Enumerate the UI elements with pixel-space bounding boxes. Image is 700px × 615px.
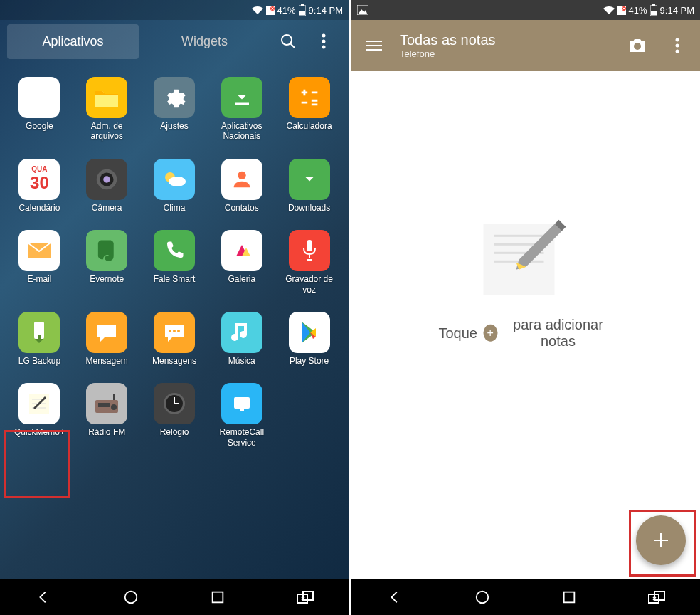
- svg-point-59: [676, 38, 679, 42]
- svg-point-44: [125, 592, 137, 604]
- time-text: 9:14 PM: [309, 5, 343, 16]
- app-label: LG Backup: [18, 356, 60, 366]
- weather-icon: [154, 159, 195, 200]
- status-bar: 41% 9:14 PM: [351, 0, 700, 20]
- app-grid: Google Adm. de arquivos Ajustes Aplicati…: [0, 63, 349, 462]
- svg-point-36: [111, 404, 117, 410]
- app-voice-recorder[interactable]: Gravador de voz: [277, 230, 341, 295]
- svg-point-21: [238, 171, 245, 179]
- backup-icon: [18, 312, 60, 353]
- app-camera[interactable]: Câmera: [75, 159, 139, 213]
- app-label: Adm. de arquivos: [75, 121, 138, 142]
- empty-state: Toque + para adicionar notas: [439, 210, 613, 349]
- svg-marker-49: [359, 9, 367, 14]
- svg-point-29: [177, 330, 180, 332]
- radio-icon: [86, 383, 127, 424]
- app-music[interactable]: Música: [209, 312, 274, 366]
- camera-icon: [628, 38, 647, 53]
- app-settings[interactable]: Ajustes: [142, 77, 207, 142]
- nav-recent[interactable]: [196, 583, 239, 611]
- nav-dual[interactable]: [635, 583, 678, 611]
- nav-bar: [0, 579, 349, 615]
- svg-rect-4: [299, 11, 305, 15]
- messages-icon: [154, 312, 195, 353]
- tab-widgets[interactable]: Widgets: [139, 24, 270, 59]
- calculator-icon: [289, 77, 330, 118]
- google-folder-icon: [18, 77, 60, 118]
- app-remotecall[interactable]: RemoteCall Service: [209, 383, 274, 448]
- app-gallery[interactable]: Galeria: [209, 230, 274, 295]
- nav-home[interactable]: [110, 583, 152, 611]
- app-bar: Todas as notas Telefone: [351, 20, 700, 71]
- app-label: Evernote: [90, 274, 124, 284]
- app-label: Rádio FM: [88, 427, 125, 437]
- title-text: Todas as notas: [400, 32, 612, 48]
- search-button[interactable]: [270, 33, 306, 50]
- svg-rect-3: [301, 4, 304, 6]
- app-label: QuickMemo+: [14, 427, 65, 437]
- svg-rect-53: [652, 4, 655, 6]
- camera-icon: [86, 159, 127, 200]
- svg-point-27: [169, 330, 171, 332]
- svg-rect-25: [307, 240, 312, 251]
- app-weather[interactable]: Clima: [142, 159, 207, 213]
- app-label: Downloads: [288, 203, 330, 213]
- app-contacts[interactable]: Contatos: [209, 159, 274, 213]
- plus-icon: [651, 530, 671, 550]
- svg-point-5: [282, 35, 292, 45]
- app-google[interactable]: Google: [7, 77, 72, 142]
- camera-button[interactable]: [623, 31, 652, 60]
- music-icon: [221, 312, 262, 353]
- empty-text: Toque + para adicionar notas: [439, 317, 613, 349]
- app-phone-smart[interactable]: Fale Smart: [142, 230, 207, 295]
- app-label: Google: [26, 121, 53, 131]
- fab-add-note[interactable]: [636, 515, 686, 565]
- plus-badge-icon: +: [483, 325, 497, 342]
- app-label: Relógio: [160, 427, 189, 437]
- app-national-apps[interactable]: Aplicativos Nacionais: [209, 77, 274, 142]
- tab-apps[interactable]: Aplicativos: [7, 24, 139, 59]
- app-downloads[interactable]: Downloads: [277, 159, 341, 213]
- status-left: [357, 5, 368, 15]
- app-message[interactable]: Mensagem: [75, 312, 139, 366]
- svg-line-6: [290, 43, 295, 48]
- svg-point-9: [322, 46, 326, 49]
- app-calculator[interactable]: Calculadora: [277, 77, 341, 142]
- nav-bar: [351, 579, 700, 615]
- app-label: Contatos: [225, 203, 259, 213]
- app-label: Música: [228, 356, 255, 366]
- nav-back[interactable]: [22, 583, 65, 611]
- app-file-manager[interactable]: Adm. de arquivos: [75, 77, 139, 142]
- app-clock[interactable]: Relógio: [142, 383, 207, 448]
- app-play-store[interactable]: Play Store: [277, 312, 341, 366]
- pencil-icon: [504, 210, 568, 274]
- nav-back[interactable]: [373, 583, 416, 611]
- svg-rect-35: [98, 403, 110, 407]
- email-icon: [18, 230, 60, 271]
- nav-home[interactable]: [461, 583, 504, 611]
- more-button[interactable]: [663, 31, 691, 60]
- app-label: Fale Smart: [154, 274, 196, 284]
- nav-dual[interactable]: [284, 583, 327, 611]
- svg-rect-42: [234, 397, 250, 409]
- app-bar-title: Todas as notas Telefone: [400, 32, 612, 59]
- menu-button[interactable]: [306, 33, 341, 50]
- app-label: Ajustes: [160, 121, 188, 131]
- app-evernote[interactable]: Evernote: [75, 230, 139, 295]
- time-text: 9:14 PM: [660, 5, 694, 16]
- app-label: Calculadora: [287, 121, 332, 131]
- app-lg-backup[interactable]: LG Backup: [7, 312, 72, 366]
- app-radio[interactable]: Rádio FM: [75, 383, 139, 448]
- menu-drawer-button[interactable]: [360, 31, 388, 60]
- app-label: Câmera: [92, 203, 122, 213]
- app-label: Gravador de voz: [278, 274, 341, 295]
- app-email[interactable]: E-mail: [7, 230, 72, 295]
- app-calendar[interactable]: QUA 30 Calendário: [7, 159, 72, 213]
- wifi-icon: [252, 6, 263, 14]
- memo-icon: [18, 383, 60, 424]
- app-quickmemo[interactable]: QuickMemo+: [7, 383, 72, 448]
- sd-icon: [266, 5, 275, 15]
- app-messages[interactable]: Mensagens: [142, 312, 207, 366]
- svg-rect-45: [213, 592, 223, 603]
- nav-recent[interactable]: [548, 583, 590, 611]
